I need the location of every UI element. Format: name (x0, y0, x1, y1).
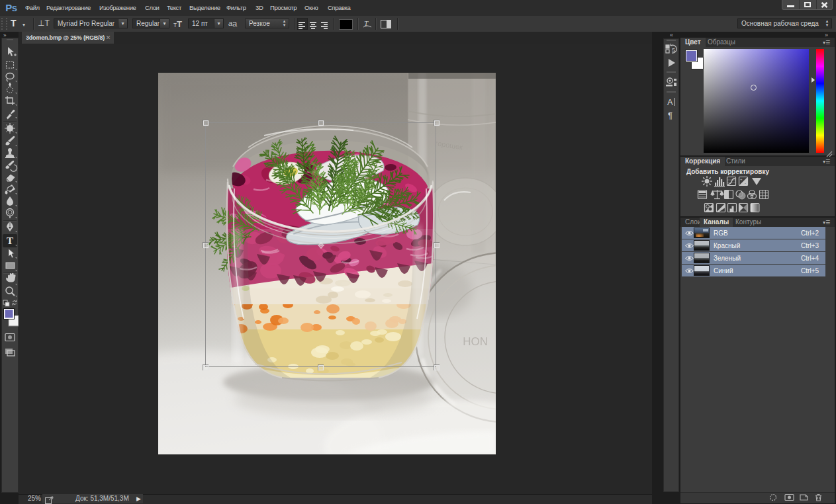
svg-text:T: T (7, 235, 13, 246)
svg-text:A: A (667, 97, 673, 107)
svg-text:-: - (745, 181, 746, 185)
svg-text:5: 5 (672, 47, 675, 54)
svg-text:¶: ¶ (668, 110, 673, 120)
svg-text:ИОН: ИОН (463, 335, 488, 348)
svg-text:+: + (740, 177, 743, 181)
